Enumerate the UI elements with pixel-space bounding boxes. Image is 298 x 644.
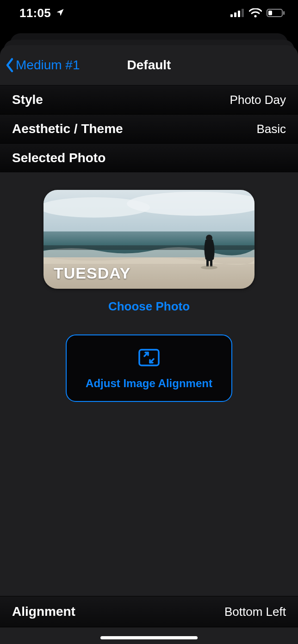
- adjust-alignment-label: Adjust Image Alignment: [86, 377, 212, 390]
- back-label: Medium #1: [16, 58, 80, 73]
- row-theme-label: Aesthetic / Theme: [12, 122, 123, 136]
- battery-icon: [267, 9, 285, 17]
- svg-rect-6: [283, 11, 285, 15]
- adjust-alignment-button[interactable]: Adjust Image Alignment: [66, 334, 232, 402]
- svg-rect-13: [43, 245, 255, 250]
- row-selected-photo-header: Selected Photo: [0, 143, 298, 172]
- svg-rect-18: [139, 350, 159, 365]
- chevron-left-icon: [5, 57, 15, 73]
- row-style-value: Photo Day: [230, 93, 286, 107]
- svg-point-4: [254, 15, 256, 17]
- row-style-label: Style: [12, 92, 43, 107]
- widget-preview[interactable]: TUESDAY: [43, 190, 255, 289]
- svg-rect-16: [210, 259, 212, 267]
- svg-rect-15: [206, 259, 209, 267]
- svg-point-17: [201, 266, 217, 269]
- svg-rect-7: [268, 11, 272, 15]
- svg-rect-2: [238, 11, 240, 17]
- navbar: Medium #1 Default: [0, 45, 298, 85]
- expand-collapse-icon: [138, 348, 160, 367]
- row-theme[interactable]: Aesthetic / Theme Basic: [0, 114, 298, 143]
- status-bar: 11:05: [0, 0, 298, 26]
- row-style[interactable]: Style Photo Day: [0, 85, 298, 114]
- status-time: 11:05: [19, 6, 51, 20]
- settings-sheet: Medium #1 Default Style Photo Day Aesthe…: [0, 45, 298, 644]
- home-indicator[interactable]: [100, 636, 198, 639]
- wifi-icon: [249, 8, 262, 18]
- widget-day-label: TUESDAY: [54, 264, 130, 282]
- row-alignment[interactable]: Alignment Bottom Left: [0, 596, 298, 627]
- alignment-label: Alignment: [12, 604, 75, 619]
- cellular-icon: [230, 9, 244, 17]
- row-theme-value: Basic: [256, 122, 286, 136]
- svg-rect-3: [242, 9, 244, 17]
- alignment-value: Bottom Left: [224, 605, 286, 619]
- location-arrow-icon: [56, 6, 65, 20]
- back-button[interactable]: Medium #1: [0, 57, 80, 73]
- selected-photo-label: Selected Photo: [12, 151, 106, 165]
- svg-rect-0: [230, 14, 233, 17]
- svg-rect-1: [234, 12, 236, 17]
- choose-photo-button[interactable]: Choose Photo: [106, 299, 192, 314]
